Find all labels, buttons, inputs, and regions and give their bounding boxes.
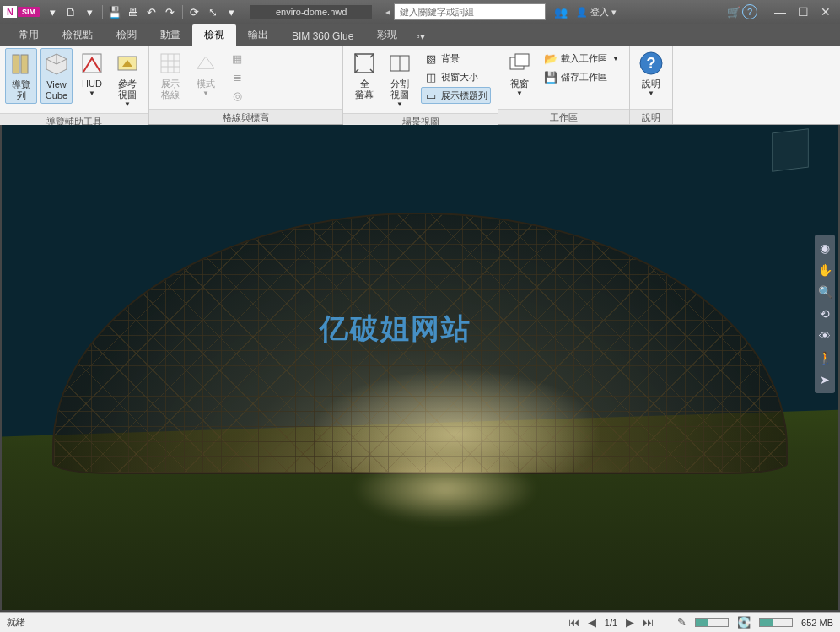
mode-dropdown-icon: ▼: [202, 89, 209, 98]
ground-light-spill: [353, 455, 537, 523]
next-sheet-icon[interactable]: ▶: [626, 616, 634, 629]
walk-icon[interactable]: 🚶: [816, 349, 833, 366]
page-indicator: 1/1: [605, 618, 617, 628]
grid-icon: [157, 50, 184, 77]
nav-list-button[interactable]: 導覽 列: [5, 48, 37, 104]
qat-overflow-icon[interactable]: ▾: [223, 3, 240, 20]
show-titlebar-button[interactable]: ▭展示標題列: [421, 87, 491, 104]
load-ws-dropdown-icon: ▼: [612, 55, 619, 62]
last-sheet-icon[interactable]: ⏭: [643, 616, 654, 629]
prev-sheet-icon[interactable]: ◀: [588, 616, 596, 629]
windows-label: 視窗: [510, 78, 529, 89]
split-view-button[interactable]: 分割 視圖▼: [384, 48, 416, 111]
window-size-label: 視窗大小: [441, 71, 478, 84]
open-file-icon[interactable]: 🗋: [63, 3, 80, 20]
load-workspace-button[interactable]: 📂載入工作區▼: [541, 50, 622, 67]
search-submit-icon[interactable]: 👥: [552, 3, 569, 20]
load-workspace-icon: 📂: [544, 51, 557, 65]
ref-view-icon: [114, 50, 141, 77]
first-sheet-icon[interactable]: ⏮: [568, 616, 579, 629]
titlebar: N SIM ▾ 🗋 ▾ 💾 🖶 ↶ ↷ ⟳ ⤡ ▾ enviro-dome.nw…: [0, 0, 840, 24]
statusbar: 就緒 ⏮ ◀ 1/1 ▶ ⏭ ✎ 💽 652 MB: [0, 612, 840, 632]
pan-hand-icon[interactable]: ✋: [816, 262, 833, 278]
grid-mode-icon: [192, 50, 219, 77]
maximize-button[interactable]: ☐: [792, 3, 814, 20]
tab-overflow-icon[interactable]: ▫▾: [409, 27, 431, 46]
disk-icon: 💽: [737, 616, 751, 629]
windows-button[interactable]: 視窗▼: [503, 48, 536, 100]
hud-button[interactable]: HUD▼: [76, 48, 108, 100]
window-size-icon: ◫: [424, 70, 438, 84]
titlebar-icon: ▭: [424, 89, 438, 102]
title-right-cluster: 👥 👤 登入 ▾: [552, 3, 617, 20]
navigation-bar: ◉ ✋ 🔍 ⟲ 👁 🚶 ➤: [815, 235, 835, 393]
tab-review[interactable]: 檢閱: [105, 24, 148, 46]
hud-label: HUD: [82, 78, 102, 89]
login-button[interactable]: 👤 登入 ▾: [576, 6, 617, 19]
show-grid-button: 展示 格線: [154, 48, 186, 102]
viewcube-label: View Cube: [46, 79, 67, 101]
show-grid-label: 展示 格線: [161, 78, 180, 100]
cart-icon[interactable]: 🛒: [725, 3, 742, 20]
minimize-button[interactable]: —: [769, 3, 791, 20]
viewcube-cube-icon[interactable]: [772, 128, 809, 172]
select-arrow-icon[interactable]: ➤: [816, 371, 833, 388]
app-logo-n: N: [3, 6, 17, 18]
look-icon[interactable]: 👁: [816, 327, 833, 344]
help-button[interactable]: ? 說明▼: [635, 48, 667, 100]
fullscreen-button[interactable]: 全 螢幕: [348, 48, 380, 102]
windows-dropdown-icon: ▼: [516, 89, 523, 98]
split-dropdown-icon: ▼: [396, 100, 403, 109]
tab-bim360[interactable]: BIM 360 Glue: [280, 27, 365, 46]
search-input[interactable]: [394, 3, 546, 20]
ref-view-dropdown-icon: ▼: [124, 100, 131, 109]
split-view-icon: [386, 50, 413, 77]
quick-access-toolbar: ▾ 🗋 ▾ 💾 🖶 ↶ ↷ ⟳ ⤡ ▾: [45, 3, 240, 20]
print-icon[interactable]: 🖶: [125, 3, 142, 20]
ribbon: 導覽 列 View Cube HUD▼ 參考 視圖▼ 導覽輔助工具 展示 格線: [0, 46, 840, 125]
svg-rect-9: [161, 54, 180, 73]
viewcube-widget[interactable]: [752, 130, 828, 189]
tab-view[interactable]: 檢視: [192, 24, 236, 46]
tab-output[interactable]: 輸出: [236, 24, 280, 46]
user-icon: 👤: [576, 7, 588, 18]
viewcube-button[interactable]: View Cube: [40, 48, 73, 104]
new-file-icon[interactable]: ▾: [45, 3, 62, 20]
open-dropdown-icon[interactable]: ▾: [82, 3, 99, 20]
app-logo-sim: SIM: [18, 7, 40, 17]
orbit-icon[interactable]: ⟲: [816, 305, 833, 322]
save-workspace-button[interactable]: 💾儲存工作區: [541, 68, 622, 85]
tab-home[interactable]: 常用: [7, 24, 51, 46]
ref-view-button[interactable]: 參考 視圖▼: [111, 48, 143, 111]
grid-opt1-button: ▦: [227, 50, 247, 67]
target-icon: ◎: [230, 89, 244, 102]
ribbon-group-workspace: 視窗▼ 📂載入工作區▼ 💾儲存工作區 工作區: [498, 46, 630, 124]
layers-icon: ≣: [230, 70, 244, 84]
background-button[interactable]: ▧背景: [421, 50, 491, 67]
tab-animation[interactable]: 動畫: [148, 24, 192, 46]
save-icon[interactable]: 💾: [106, 3, 123, 20]
refresh-icon[interactable]: ⟳: [186, 3, 203, 20]
background-label: 背景: [441, 52, 460, 65]
zoom-icon[interactable]: 🔍: [816, 284, 833, 300]
help-title: 說明: [630, 109, 672, 124]
window-size-button[interactable]: ◫視窗大小: [421, 68, 491, 85]
save-workspace-label: 儲存工作區: [561, 71, 607, 84]
steering-wheel-icon[interactable]: ◉: [816, 240, 833, 257]
title-chevron-icon: ◂: [385, 6, 390, 18]
ribbon-group-scene-view: 全 螢幕 分割 視圖▼ ▧背景 ◫視窗大小 ▭展示標題列 場景視圖: [343, 46, 498, 124]
help-dropdown-icon: ▼: [648, 89, 654, 98]
pencil-progress-icon: ✎: [677, 616, 687, 629]
select-icon[interactable]: ⤡: [205, 3, 222, 20]
redo-icon[interactable]: ↷: [162, 3, 179, 20]
qat-separator: [102, 5, 103, 19]
undo-icon[interactable]: ↶: [143, 3, 160, 20]
tab-viewpoint[interactable]: 檢視點: [51, 24, 105, 46]
help-icon[interactable]: ?: [742, 4, 757, 19]
workspace-title: 工作區: [498, 109, 629, 124]
ref-view-label: 參考 視圖: [118, 78, 137, 100]
close-button[interactable]: ✕: [815, 3, 837, 20]
svg-rect-1: [21, 55, 28, 73]
tab-render[interactable]: 彩現: [365, 24, 409, 46]
viewport-3d[interactable]: 亿破姐网站 ◉ ✋ 🔍 ⟲ 👁 🚶 ➤: [0, 125, 840, 612]
